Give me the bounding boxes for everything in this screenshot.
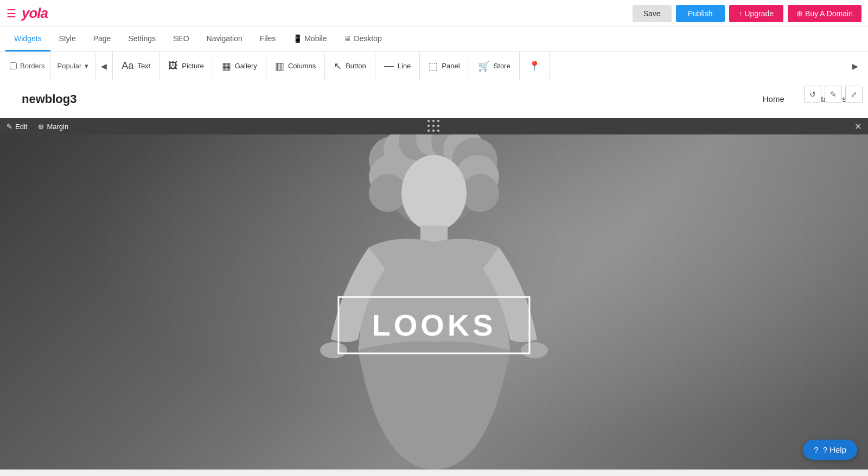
tab-style[interactable]: Style <box>50 27 85 52</box>
help-button[interactable]: ? ? Help <box>803 440 857 460</box>
widget-text[interactable]: Aa Text <box>113 52 159 80</box>
tab-desktop[interactable]: 🖥 Desktop <box>335 27 390 52</box>
buy-domain-button[interactable]: ⊕ Buy A Domain <box>788 5 861 22</box>
tab-mobile[interactable]: 📱 Mobile <box>284 27 335 52</box>
widget-button[interactable]: ↖ Button <box>325 52 375 80</box>
text-widget-icon: Aa <box>122 60 133 72</box>
tab-seo[interactable]: SEO <box>164 27 198 52</box>
gallery-widget-label: Gallery <box>235 62 257 70</box>
text-widget-label: Text <box>137 62 150 70</box>
map-widget-icon: 📍 <box>528 60 540 72</box>
store-widget-label: Store <box>494 62 510 70</box>
margin-text: Margin <box>47 123 68 131</box>
widget-panel[interactable]: ⬚ Panel <box>420 52 469 80</box>
refresh-button[interactable]: ↺ <box>804 86 821 103</box>
columns-widget-icon: ▥ <box>275 60 284 72</box>
tab-settings[interactable]: Settings <box>119 27 164 52</box>
help-icon: ? <box>814 445 818 454</box>
nav-home[interactable]: Home <box>763 94 784 104</box>
widget-store[interactable]: 🛒 Store <box>469 52 520 80</box>
yola-logo: yola <box>22 5 48 22</box>
edit-icon: ✎ <box>7 123 12 131</box>
borders-checkbox[interactable] <box>10 62 17 69</box>
picture-widget-label: Picture <box>182 62 203 70</box>
edit-button[interactable]: ✎ <box>825 86 842 103</box>
edit-bar: ✎ Edit ⊕ Margin ✕ <box>0 118 868 134</box>
panel-widget-icon: ⬚ <box>429 60 438 72</box>
arrow-right-icon: ▶ <box>852 62 858 70</box>
site-name: newblog3 <box>22 92 76 106</box>
button-widget-icon: ↖ <box>334 60 342 72</box>
widget-picture[interactable]: 🖼 Picture <box>159 52 213 80</box>
edit-text: Edit <box>15 123 27 131</box>
line-widget-label: Line <box>398 62 411 70</box>
margin-icon: ⊕ <box>38 123 44 131</box>
borders-toggle[interactable]: Borders <box>4 52 51 80</box>
hamburger-icon[interactable]: ☰ <box>7 7 16 20</box>
arrow-left-icon: ◀ <box>101 62 107 70</box>
top-bar-actions: Save Publish ↑ Upgrade ⊕ Buy A Domain <box>633 5 861 22</box>
picture-widget-icon: 🖼 <box>168 60 178 72</box>
help-label: ? Help <box>823 445 846 454</box>
tab-navigation[interactable]: Navigation <box>198 27 251 52</box>
panel-widget-label: Panel <box>442 62 459 70</box>
line-widget-icon: — <box>384 60 394 72</box>
save-button[interactable]: Save <box>633 5 672 22</box>
widget-line[interactable]: — Line <box>375 52 420 80</box>
edit-label[interactable]: ✎ Edit <box>7 123 27 131</box>
popular-dropdown[interactable]: Popular ▾ <box>51 52 96 80</box>
preview-header-actions: ↺ ✎ ⤢ <box>804 86 863 103</box>
widget-map[interactable]: 📍 <box>520 52 550 80</box>
upgrade-button[interactable]: ↑ Upgrade <box>729 5 784 22</box>
publish-button[interactable]: Publish <box>676 5 725 22</box>
widget-gallery[interactable]: ▦ Gallery <box>213 52 266 80</box>
popular-label: Popular <box>58 62 82 70</box>
preview-header: newblog3 Home Contact Us ↺ ✎ ⤢ <box>0 80 868 118</box>
svg-point-10 <box>369 174 407 212</box>
tab-page[interactable]: Page <box>85 27 120 52</box>
scroll-left-button[interactable]: ◀ <box>95 52 113 80</box>
store-widget-icon: 🛒 <box>478 60 490 72</box>
drag-handle[interactable] <box>427 120 441 133</box>
tab-widgets[interactable]: Widgets <box>5 27 50 52</box>
tab-files[interactable]: Files <box>251 27 285 52</box>
columns-widget-label: Columns <box>288 62 316 70</box>
margin-label[interactable]: ⊕ Margin <box>38 123 68 131</box>
fullscreen-button[interactable]: ⤢ <box>845 86 863 103</box>
widget-bar: Borders Popular ▾ ◀ Aa Text 🖼 Picture ▦ … <box>0 52 868 80</box>
canvas-area: newblog3 Home Contact Us ↺ ✎ ⤢ ✎ Edit ⊕ … <box>0 80 868 469</box>
button-widget-label: Button <box>346 62 366 70</box>
borders-label: Borders <box>20 62 45 70</box>
nav-tabs: Widgets Style Page Settings SEO Navigati… <box>0 27 868 52</box>
widget-columns[interactable]: ▥ Columns <box>266 52 325 80</box>
gallery-widget-icon: ▦ <box>222 60 231 72</box>
top-bar: ☰ yola Save Publish ↑ Upgrade ⊕ Buy A Do… <box>0 0 868 27</box>
svg-point-11 <box>461 174 499 212</box>
hero-section[interactable]: LOOKS <box>0 134 868 469</box>
svg-point-12 <box>401 155 467 231</box>
close-button[interactable]: ✕ <box>854 121 861 132</box>
chevron-down-icon: ▾ <box>85 62 88 70</box>
scroll-right-button[interactable]: ▶ <box>847 52 864 80</box>
hero-text-box[interactable]: LOOKS <box>337 296 530 354</box>
hero-text: LOOKS <box>372 308 496 342</box>
